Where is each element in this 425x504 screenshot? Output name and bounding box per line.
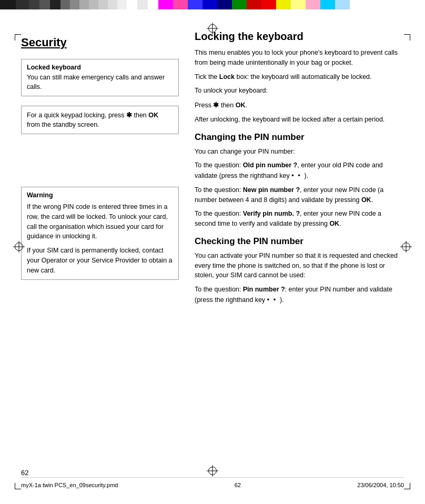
crosshair-bottom: [208, 466, 217, 475]
section2-para1: You can change your PIN number:: [195, 147, 404, 157]
asterisk-symbol-2: ✱: [213, 101, 219, 109]
color-seg-9: [89, 0, 98, 9]
crosshair-top: [208, 24, 217, 33]
section1-para2: Tick the Lock box: the keyboard will aut…: [195, 72, 404, 82]
color-seg-11: [108, 0, 117, 9]
tip-box-body: For a quick keypad locking, press ✱ then…: [27, 110, 173, 129]
crosshair-right: [402, 242, 410, 251]
section1-title: Locking the keyboard: [195, 31, 404, 43]
section3-para1: You can activate your PIN number so that…: [195, 251, 404, 280]
section1-para4: Press ✱ then OK.: [195, 100, 404, 110]
footer-center: 62: [235, 482, 241, 488]
color-seg-14: [137, 0, 148, 9]
locked-keyboard-header: Locked keyboard: [27, 64, 173, 71]
color-gap: [148, 0, 158, 9]
section1-para3: To unlock your keyboard:: [195, 86, 404, 96]
dots-symbol-1: • •: [291, 172, 304, 179]
color-seg-6: [60, 0, 70, 9]
corner-mark-tl: [15, 34, 21, 41]
color-seg-22: [261, 0, 276, 9]
color-seg-13: [127, 0, 137, 9]
color-seg-7: [70, 0, 79, 9]
warning-box-body: If the wrong PIN code is entered three t…: [27, 202, 173, 275]
warning-para-1: If the wrong PIN code is entered three t…: [27, 202, 173, 241]
section3-para2: To the question: Pin number ?: enter you…: [195, 285, 404, 305]
color-seg-18: [203, 0, 217, 9]
section2-para4: To the question: Verify pin numb. ?, ent…: [195, 209, 404, 229]
color-seg-20: [232, 0, 247, 9]
color-seg-15: [158, 0, 173, 9]
crosshair-left: [15, 242, 23, 251]
left-column: Security Locked keyboard You can still m…: [21, 31, 189, 309]
corner-mark-tr: [404, 34, 410, 41]
section3-title: Checking the PIN number: [195, 236, 404, 247]
color-seg-24: [291, 0, 306, 9]
color-bar-top: [0, 0, 425, 9]
color-seg-10: [98, 0, 108, 9]
page-title: Security: [21, 36, 179, 49]
color-seg-3: [29, 0, 39, 9]
section2-title: Changing the PIN number: [195, 132, 404, 143]
warning-box: Warning If the wrong PIN code is entered…: [21, 187, 179, 280]
color-seg-5: [50, 0, 60, 9]
corner-mark-br: [404, 483, 410, 489]
page-content: Security Locked keyboard You can still m…: [0, 15, 425, 320]
color-seg-2: [16, 0, 29, 9]
footer-left: myX-1a twin PCS_en_09security.pmd: [21, 482, 118, 488]
color-seg-25: [306, 0, 320, 9]
color-seg-21: [247, 0, 261, 9]
locked-keyboard-body: You can still make emergency calls and a…: [27, 73, 173, 92]
corner-mark-bl: [15, 483, 21, 489]
color-seg-19: [217, 0, 232, 9]
tip-box: For a quick keypad locking, press ✱ then…: [21, 106, 179, 134]
warning-box-header: Warning: [27, 191, 173, 199]
asterisk-symbol: ✱: [126, 111, 132, 119]
color-seg-12: [117, 0, 127, 9]
color-seg-16: [173, 0, 188, 9]
color-seg-23: [276, 0, 291, 9]
right-column: Locking the keyboard This menu enables y…: [189, 31, 404, 309]
color-seg-17: [188, 0, 203, 9]
page-number-left: 62: [21, 469, 28, 477]
dots-symbol-2: • •: [267, 296, 280, 304]
section2-para3: To the question: New pin number ?, enter…: [195, 185, 404, 205]
section1-para1: This menu enables you to lock your phone…: [195, 48, 404, 68]
color-seg-27: [335, 0, 350, 9]
page-footer: myX-1a twin PCS_en_09security.pmd 62 23/…: [21, 477, 404, 488]
color-seg-4: [39, 0, 50, 9]
section1-para5: After unlocking, the keyboard will be lo…: [195, 115, 404, 125]
footer-right: 23/06/2004, 10:50: [357, 482, 404, 488]
color-seg-8: [79, 0, 89, 9]
color-seg-1: [0, 0, 16, 9]
section2-para2: To the question: Old pin number ?, enter…: [195, 160, 404, 181]
color-seg-26: [320, 0, 335, 9]
locked-keyboard-box: Locked keyboard You can still make emerg…: [21, 59, 179, 96]
warning-para-2: If your SIM card is permanently locked, …: [27, 246, 173, 275]
